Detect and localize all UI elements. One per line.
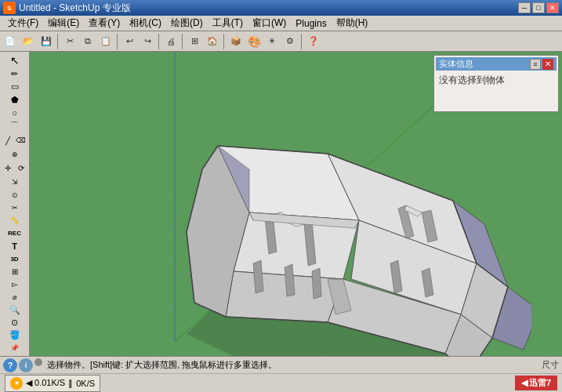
eraser-tool[interactable]: ⌫ (15, 133, 27, 147)
paste-button[interactable]: 📋 (97, 33, 114, 50)
cut-button[interactable]: ✂ (61, 33, 78, 50)
perf-display: ★ ◀ 0.01K/S ‖ 0K/S (5, 375, 100, 392)
zoom-tool[interactable]: 🔍 (2, 304, 28, 316)
menu-item-编辑e[interactable]: 编辑(E) (43, 15, 84, 31)
close-button[interactable]: ✕ (546, 2, 559, 13)
3dtext-tool[interactable]: 3D (2, 252, 28, 264)
titlebar-buttons[interactable]: ─ □ ✕ (518, 2, 559, 13)
menu-item-查看y[interactable]: 查看(Y) (84, 15, 125, 31)
separator4 (182, 34, 183, 49)
separator1 (57, 34, 59, 49)
separator6 (301, 34, 303, 49)
save-button[interactable]: 💾 (38, 33, 55, 50)
paint-tool[interactable]: 🪣 (2, 329, 28, 341)
statusbar-icons: ? i (3, 358, 42, 372)
status-icon2[interactable]: i (19, 358, 33, 372)
menu-item-工具t[interactable]: 工具(T) (208, 15, 248, 31)
circle-tool[interactable]: ○ (2, 107, 28, 118)
tape-tool[interactable]: ▻ (2, 278, 28, 290)
menubar: 文件(F)编辑(E)查看(Y)相机(C)绘图(D)工具(T)窗口(W)Plugi… (0, 16, 562, 31)
logo-arrow: ◀ (521, 378, 528, 388)
perf-icon: ★ (10, 377, 23, 390)
menu-item-相机c[interactable]: 相机(C) (125, 15, 166, 31)
move-rotate-tools: ✛ ⟳ (2, 162, 28, 176)
trim-tool[interactable]: ✂ (2, 201, 28, 213)
record-tool[interactable]: REC (2, 227, 28, 239)
push-pull-tool[interactable]: ⊕ (2, 148, 28, 160)
line-tool[interactable]: ╱ (2, 133, 14, 147)
undo-button[interactable]: ↩ (121, 33, 138, 50)
info-icon[interactable]: ? (3, 358, 17, 372)
axes-tool[interactable]: ⊞ (2, 266, 28, 278)
zoom-extents-button[interactable]: ⊞ (186, 33, 203, 50)
separator2 (117, 34, 118, 49)
bottombar: ★ ◀ 0.01K/S ‖ 0K/S ◀ 迅雷7 (0, 373, 562, 392)
menu-item-帮助h[interactable]: 帮助(H) (332, 15, 373, 31)
perf-value1: ◀ 0.01K/S (26, 378, 65, 388)
settings-button[interactable]: ⚙ (281, 33, 299, 50)
material-button[interactable]: 🎨 (245, 33, 263, 50)
info-panel-header: 实体信息 ≡ ✕ (436, 57, 557, 71)
perf-separator: ‖ (68, 378, 73, 388)
new-button[interactable]: 📄 (2, 33, 19, 50)
menu-item-窗口w[interactable]: 窗口(W) (248, 15, 291, 31)
separator5 (223, 34, 225, 49)
pencil-tool[interactable]: ✏ (2, 68, 28, 80)
select-tool[interactable]: ↖ (2, 53, 28, 67)
text-tool[interactable]: T (2, 240, 28, 252)
orbit-tool[interactable]: ⊙ (2, 317, 28, 328)
measure-tool[interactable]: 📏 (2, 215, 28, 227)
offset-tool[interactable]: ⊙ (2, 189, 28, 201)
protractor-tool[interactable]: ⌀ (2, 291, 28, 303)
polygon-tool[interactable]: ⬟ (2, 94, 28, 106)
minimize-button[interactable]: ─ (518, 2, 531, 13)
status-dot (34, 358, 42, 366)
menu-item-plugins[interactable]: Plugins (291, 16, 331, 31)
menu-item-文件f[interactable]: 文件(F) (3, 15, 43, 31)
statusbar: ? i 选择物件。[Shift]键: 扩大选择范围, 拖曳鼠标进行多重选择。 尺… (0, 356, 562, 373)
component-button[interactable]: 📦 (227, 33, 245, 50)
titlebar-left: S Untitled - SketchUp 专业版 (3, 2, 131, 15)
maximize-button[interactable]: □ (532, 2, 545, 13)
copy-button[interactable]: ⧉ (79, 33, 96, 50)
info-panel-close[interactable]: ✕ (542, 59, 553, 70)
app-icon: S (3, 2, 16, 14)
redo-button[interactable]: ↪ (139, 33, 156, 50)
rotate-tool[interactable]: ⟳ (15, 162, 27, 176)
scale-tool[interactable]: ⇲ (2, 176, 28, 188)
help-button[interactable]: ❓ (305, 33, 322, 50)
dimensions-label: 尺寸 (542, 359, 559, 371)
print-button[interactable]: 🖨 (162, 33, 179, 50)
move-tool[interactable]: ✛ (2, 162, 14, 176)
toolbar: 📄 📂 💾 ✂ ⧉ 📋 ↩ ↪ 🖨 ⊞ 🏠 📦 🎨 ☀ ⚙ ❓ (0, 31, 562, 52)
home-button[interactable]: 🏠 (204, 33, 221, 50)
shadow-button[interactable]: ☀ (263, 33, 281, 50)
info-panel-title: 实体信息 (439, 58, 473, 70)
pin-tool[interactable]: 📌 (2, 343, 28, 354)
separator3 (158, 34, 160, 49)
building-model (92, 83, 531, 356)
status-hint: 选择物件。[Shift]键: 扩大选择范围, 拖曳鼠标进行多重选择。 (47, 359, 537, 371)
logo-label: 迅雷7 (529, 377, 551, 389)
svg-marker-33 (312, 268, 321, 299)
info-panel-content: 没有选择到物体 (436, 71, 557, 110)
sketchup-logo[interactable]: ◀ 迅雷7 (515, 376, 557, 390)
line-eraser-tools: ╱ ⌫ (2, 133, 28, 147)
menu-item-绘图d[interactable]: 绘图(D) (166, 15, 208, 31)
svg-marker-19 (226, 271, 343, 322)
info-panel: 实体信息 ≡ ✕ 没有选择到物体 (433, 55, 559, 112)
arc-tool[interactable]: ⌒ (2, 119, 28, 132)
window-title: Untitled - SketchUp 专业版 (19, 2, 131, 15)
info-panel-scroll[interactable]: ≡ (530, 59, 541, 70)
open-button[interactable]: 📂 (20, 33, 37, 50)
viewport[interactable]: 实体信息 ≡ ✕ 没有选择到物体 (30, 52, 562, 356)
rectangle-tool[interactable]: ▭ (2, 81, 28, 93)
left-toolbar: ↖ ✏ ▭ ⬟ ○ ⌒ ╱ ⌫ ⊕ ✛ ⟳ ⇲ ⊙ ✂ 📏 REC T 3D ⊞… (0, 52, 30, 356)
perf-value2: 0K/S (76, 379, 95, 388)
main-area: ↖ ✏ ▭ ⬟ ○ ⌒ ╱ ⌫ ⊕ ✛ ⟳ ⇲ ⊙ ✂ 📏 REC T 3D ⊞… (0, 52, 562, 356)
titlebar: S Untitled - SketchUp 专业版 ─ □ ✕ (0, 0, 562, 16)
